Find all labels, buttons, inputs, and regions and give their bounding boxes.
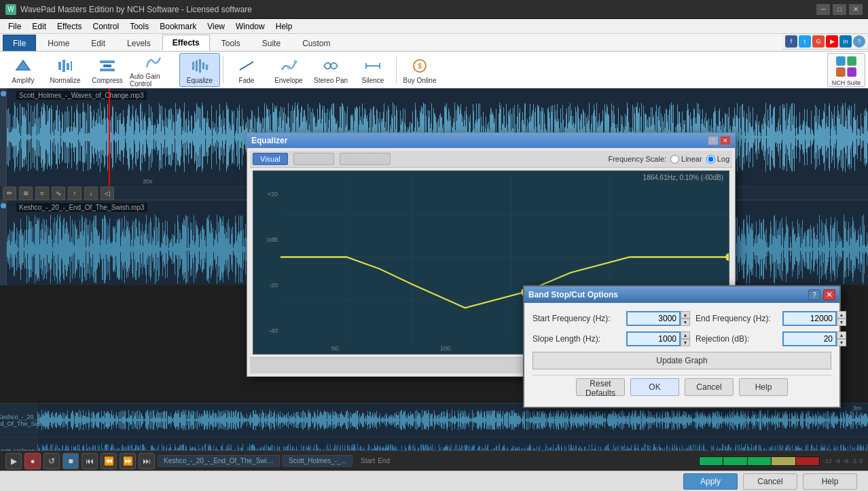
track1-indicator[interactable] [1, 91, 6, 96]
wave2-icon[interactable]: ≈ [35, 187, 49, 200]
menu-bookmark[interactable]: Bookmark [154, 19, 202, 34]
start-freq-input-group: ▲ ▼ [626, 311, 690, 326]
menu-effects[interactable]: Effects [52, 19, 87, 34]
reset-defaults-button[interactable]: Reset Defaults [576, 378, 625, 396]
vu-label-2: -9 [835, 458, 840, 465]
eq-tab-visual[interactable]: Visual [253, 153, 288, 165]
record-button[interactable]: ● [24, 453, 41, 469]
eq-tab-graphic[interactable]: Graphic [293, 153, 335, 165]
end-freq-input-group: ▲ ▼ [782, 311, 846, 326]
tab-suite[interactable]: Suite [252, 35, 291, 51]
help-button[interactable]: Help [739, 378, 788, 396]
next-button[interactable]: ⏭ [139, 453, 155, 469]
end-freq-down[interactable]: ▼ [837, 319, 846, 326]
menu-view[interactable]: View [202, 19, 230, 34]
youtube-icon[interactable]: ▶ [826, 35, 838, 48]
mini-track1-controls: Keshco_-_20_-_End_Of_The_Swish [0, 403, 37, 437]
prev-button[interactable]: ⏮ [82, 453, 98, 469]
current-track2-label: Scott_Holmes_-_... [283, 455, 352, 467]
freq-scale-label: Frequency Scale: [608, 155, 666, 163]
vu-bar-2 [723, 457, 746, 465]
linear-radio[interactable]: Linear [670, 155, 702, 164]
bs-help-button[interactable]: ? [808, 289, 820, 300]
rejection-up[interactable]: ▲ [837, 331, 846, 339]
menu-window[interactable]: Window [230, 19, 270, 34]
google-icon[interactable]: G [812, 35, 825, 48]
wave3-icon[interactable]: ∿ [52, 187, 65, 200]
start-freq-input[interactable] [626, 311, 681, 326]
menu-control[interactable]: Control [88, 19, 125, 34]
auto-gain-button[interactable]: Auto Gain Control [129, 53, 178, 87]
eq-help-button[interactable]: ? [708, 136, 719, 145]
close-button[interactable]: ✕ [849, 4, 863, 15]
menu-help[interactable]: Help [270, 19, 298, 34]
track2-indicator[interactable] [1, 203, 6, 208]
apply-button[interactable]: Apply [683, 473, 738, 490]
arrow-down-icon[interactable]: ↓ [84, 187, 98, 200]
fast-forward-button[interactable]: ⏩ [120, 453, 136, 469]
minimize-button[interactable]: ─ [816, 4, 830, 15]
eq-y-label-4: -40 [269, 327, 278, 334]
end-freq-up[interactable]: ▲ [837, 311, 846, 319]
tab-tools[interactable]: Tools [211, 35, 251, 51]
rewind-button[interactable]: ⏪ [101, 453, 117, 469]
eq-tab-parametric[interactable]: Parametric [340, 153, 391, 165]
end-freq-input[interactable] [782, 311, 837, 326]
start-freq-down[interactable]: ▼ [681, 319, 690, 326]
mini-track1-waveform[interactable] [37, 403, 868, 437]
auto-gain-icon [144, 52, 163, 71]
vu-bar-3 [748, 457, 771, 465]
tab-effects[interactable]: Effects [162, 35, 210, 51]
tab-edit[interactable]: Edit [81, 35, 115, 51]
slope-up[interactable]: ▲ [681, 331, 690, 339]
equalize-button[interactable]: Equalize [179, 53, 220, 87]
twitter-icon[interactable]: t [799, 35, 811, 48]
facebook-icon[interactable]: f [785, 35, 797, 48]
tab-custom[interactable]: Custom [292, 35, 340, 51]
buy-online-button[interactable]: $ Buy Online [399, 53, 440, 87]
bottom-cancel-button[interactable]: Cancel [743, 473, 797, 490]
track1-playhead [109, 88, 110, 186]
ok-button[interactable]: OK [630, 378, 679, 396]
nch-suite-button[interactable]: NCH Suite [827, 53, 865, 87]
arrow-up-icon[interactable]: ↑ [68, 187, 82, 200]
fade-button[interactable]: Fade [226, 53, 267, 87]
amplify-button[interactable]: Amplify [3, 53, 43, 87]
app-icon: W [5, 4, 16, 15]
stop-button[interactable]: ■ [62, 453, 79, 469]
log-radio[interactable]: Log [706, 155, 729, 164]
help-social-icon[interactable]: ? [853, 35, 865, 48]
bs-close-button[interactable]: ✕ [823, 289, 835, 300]
linkedin-icon[interactable]: in [839, 35, 852, 48]
update-graph-button[interactable]: Update Graph [532, 352, 831, 369]
rejection-down[interactable]: ▼ [837, 339, 846, 346]
loop-button[interactable]: ↺ [43, 453, 60, 469]
wave-icon[interactable]: ≋ [19, 187, 33, 200]
svg-rect-2 [62, 60, 65, 72]
cancel-button[interactable]: Cancel [685, 378, 734, 396]
band-stop-dialog: Band Stop/Cut Options ? ✕ Start Frequenc… [523, 285, 841, 408]
bottom-help-button[interactable]: Help [803, 473, 857, 490]
menu-file[interactable]: File [3, 19, 26, 34]
pencil-icon[interactable]: ✏ [3, 187, 16, 200]
stereo-pan-button[interactable]: Stereo Pan [310, 53, 351, 87]
arrow-left-icon[interactable]: ◁ [101, 187, 114, 200]
tab-home[interactable]: Home [37, 35, 79, 51]
vu-label-1: -12 [823, 458, 832, 465]
menu-tools[interactable]: Tools [124, 19, 154, 34]
current-track-label: Keshco_-_20_-_End_Of_The_Swish [158, 455, 280, 467]
envelope-button[interactable]: Envelope [268, 53, 309, 87]
tab-file[interactable]: File [3, 35, 36, 51]
menu-edit[interactable]: Edit [26, 19, 52, 34]
silence-button[interactable]: Silence [352, 53, 393, 87]
rejection-input[interactable] [782, 331, 837, 346]
slope-length-input[interactable] [626, 331, 681, 346]
slope-down[interactable]: ▼ [681, 339, 690, 346]
compress-button[interactable]: Compress [87, 53, 128, 87]
maximize-button[interactable]: □ [833, 4, 846, 15]
start-freq-up[interactable]: ▲ [681, 311, 690, 319]
tab-levels[interactable]: Levels [117, 35, 161, 51]
normalize-button[interactable]: Normalize [45, 53, 86, 87]
play-button[interactable]: ▶ [5, 453, 22, 469]
eq-close-button[interactable]: ✕ [720, 136, 731, 145]
